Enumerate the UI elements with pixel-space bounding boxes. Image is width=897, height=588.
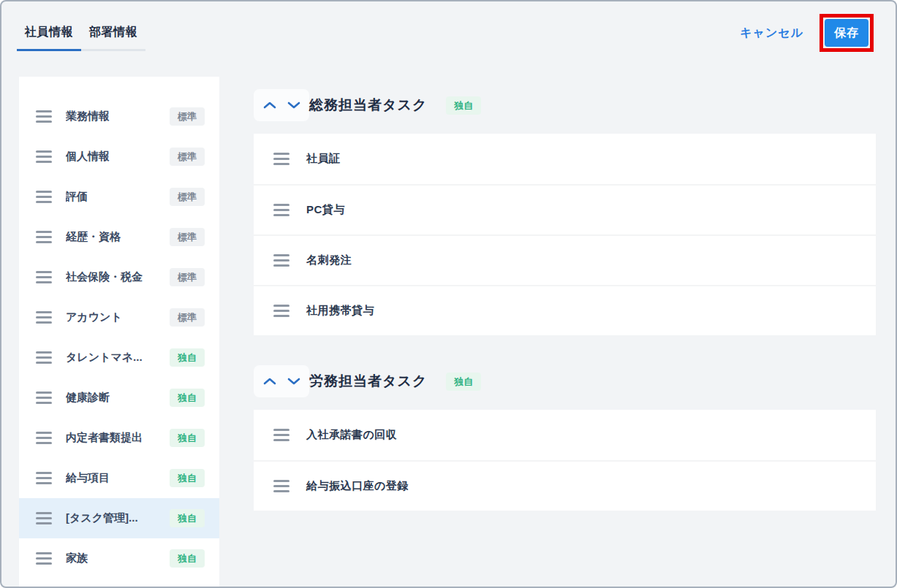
sidebar-item[interactable]: 経歴・資格標準 [19,217,219,257]
task-label: 社用携帯貸与 [306,304,374,318]
chevron-up-icon [262,101,277,110]
task-label: 給与振込口座の登録 [306,479,409,493]
drag-handle-icon[interactable] [273,477,289,495]
drag-handle-icon[interactable] [36,228,52,246]
sidebar-item-badge: 標準 [170,268,205,286]
task-row[interactable]: 入社承諾書の回収 [254,410,876,460]
drag-handle-icon[interactable] [273,426,289,444]
sidebar-item-badge: 標準 [170,308,205,327]
section-title: 労務担当者タスク [309,372,427,391]
drag-handle-icon[interactable] [273,150,289,168]
tab-bar: 社員情報 部署情報 [17,23,145,51]
drag-handle-icon[interactable] [36,148,52,166]
sidebar-item-label: タレントマネ... [66,351,170,364]
sidebar-item-label: 内定者書類提出 [66,431,170,445]
sidebar-item-badge: 独自 [170,389,205,407]
tab-department-info[interactable]: 部署情報 [81,23,145,51]
sidebar-item[interactable]: 健康診断独自 [19,378,219,418]
drag-handle-icon[interactable] [273,201,289,219]
section-move-up-button[interactable] [261,99,279,111]
sidebar-item-label: [タスク管理]... [66,511,170,525]
header-actions: キャンセル 保存 [740,14,874,52]
task-label: 入社承諾書の回収 [306,428,397,442]
drag-handle-icon[interactable] [36,188,52,206]
section-reorder-controls [254,89,309,121]
drag-handle-icon[interactable] [273,251,289,270]
task-row[interactable]: PC貸与 [254,184,876,234]
sidebar-item[interactable]: 個人情報標準 [19,137,219,177]
settings-panel: 社員情報 部署情報 キャンセル 保存 業務情報標準個人情報標準評価標準経歴・資格… [0,0,897,588]
sidebar-item-badge: 標準 [170,188,205,206]
sidebar-item-label: 個人情報 [66,150,170,164]
sidebar-item-badge: 標準 [170,148,205,166]
sidebar-item-badge: 標準 [170,228,205,246]
sidebar-item-badge: 独自 [170,469,205,487]
sidebar-item[interactable]: 給与項目独自 [19,458,219,498]
section-move-down-button[interactable] [285,99,303,111]
task-row[interactable]: 社員証 [254,134,876,184]
sidebar-item-label: 経歴・資格 [66,230,170,244]
sidebar-item[interactable]: 評価標準 [19,177,219,217]
tab-employee-info[interactable]: 社員情報 [17,23,81,51]
sidebar-item-label: 評価 [66,190,170,204]
section-title: 総務担当者タスク [309,96,427,115]
sidebar-item-badge: 独自 [170,429,205,447]
task-list: 入社承諾書の回収給与振込口座の登録 [254,410,876,511]
chevron-down-icon [287,101,301,110]
category-list: 業務情報標準個人情報標準評価標準経歴・資格標準社会保険・税金標準アカウント標準タ… [19,77,219,587]
drag-handle-icon[interactable] [36,549,52,568]
sidebar-item-label: 家族 [66,551,170,565]
chevron-down-icon [287,377,301,386]
drag-handle-icon[interactable] [36,308,52,327]
task-label: 社員証 [306,152,341,166]
sidebar-item-badge: 独自 [170,509,205,527]
section-move-up-button[interactable] [261,375,279,387]
sidebar-item[interactable]: 社会保険・税金標準 [19,257,219,297]
drag-handle-icon[interactable] [36,469,52,487]
task-list: 社員証PC貸与名刺発注社用携帯貸与 [254,134,876,335]
save-button-highlight: 保存 [820,14,874,52]
sidebar-item-badge: 独自 [170,549,205,568]
task-label: PC貸与 [306,203,345,217]
drag-handle-icon[interactable] [273,302,289,320]
chevron-up-icon [262,377,277,386]
task-sections: 総務担当者タスク独自社員証PC貸与名刺発注社用携帯貸与労務担当者タスク独自入社承… [254,89,876,511]
section-header: 労務担当者タスク独自 [254,365,876,397]
sidebar-item-label: 給与項目 [66,471,170,485]
section-header: 総務担当者タスク独自 [254,89,876,121]
section-reorder-controls [254,365,309,397]
task-section: 総務担当者タスク独自社員証PC貸与名刺発注社用携帯貸与 [254,89,876,335]
task-row[interactable]: 名刺発注 [254,234,876,285]
drag-handle-icon[interactable] [36,348,52,367]
sidebar-item[interactable]: 内定者書類提出独自 [19,418,219,458]
drag-handle-icon[interactable] [36,509,52,527]
task-section: 労務担当者タスク独自入社承諾書の回収給与振込口座の登録 [254,365,876,511]
sidebar-item-badge: 独自 [170,348,205,367]
sidebar-item[interactable]: 業務情報標準 [19,96,219,137]
sidebar-item[interactable]: 家族独自 [19,538,219,579]
section-badge: 独自 [446,96,481,115]
sidebar-item[interactable]: アカウント標準 [19,297,219,337]
sidebar-item[interactable]: [タスク管理]...独自 [19,498,219,538]
sidebar-item-badge: 標準 [170,107,205,126]
drag-handle-icon[interactable] [36,107,52,126]
section-badge: 独自 [446,373,481,391]
drag-handle-icon[interactable] [36,429,52,447]
task-label: 名刺発注 [306,253,352,267]
task-row[interactable]: 給与振込口座の登録 [254,460,876,511]
task-row[interactable]: 社用携帯貸与 [254,285,876,335]
sidebar-item-label: 業務情報 [66,110,170,123]
drag-handle-icon[interactable] [36,389,52,407]
cancel-button[interactable]: キャンセル [740,26,803,41]
sidebar-item[interactable]: タレントマネ...独自 [19,337,219,378]
drag-handle-icon[interactable] [36,268,52,286]
sidebar-item-label: 社会保険・税金 [66,270,170,284]
section-move-down-button[interactable] [285,375,303,387]
sidebar-item-label: アカウント [66,310,170,324]
sidebar-item-label: 健康診断 [66,391,170,405]
save-button[interactable]: 保存 [825,19,868,47]
